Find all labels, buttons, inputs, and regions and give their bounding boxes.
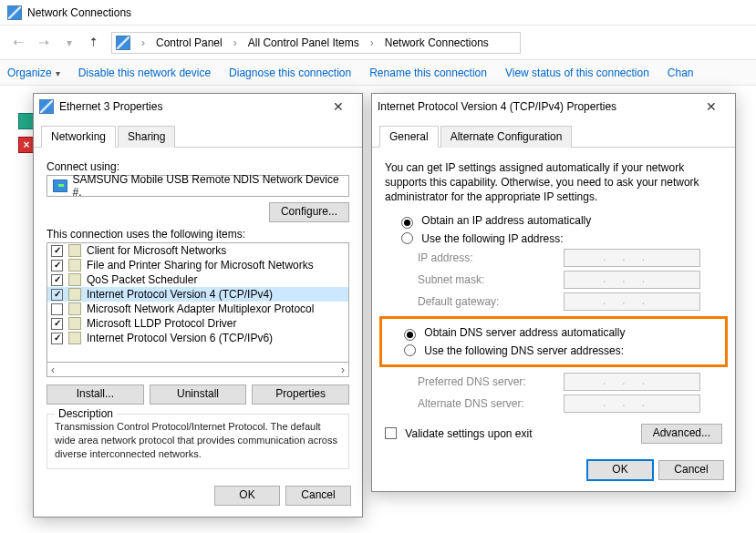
close-button[interactable]: ✕ [320,97,357,117]
list-item[interactable]: Internet Protocol Version 4 (TCP/IPv4) [47,287,348,302]
change-settings[interactable]: Chan [668,67,694,79]
validate-checkbox[interactable]: Validate settings upon exit [385,427,533,440]
window-title: Network Connections [27,6,131,19]
description-text: Transmission Control Protocol/Internet P… [55,420,341,461]
protocol-icon [68,288,81,301]
install-button[interactable]: Install... [47,384,144,405]
rename-connection[interactable]: Rename this connection [369,67,487,79]
explorer-toolbar: 🠐 🠒 ▾ 🠑 › Control Panel › All Control Pa… [0,26,756,60]
dialog-title: Ethernet 3 Properties [59,100,320,113]
radio-icon [404,329,416,341]
crumb-all-items[interactable]: All Control Panel Items [244,35,363,51]
chevron-right-icon[interactable]: › [370,36,374,49]
item-label: Internet Protocol Version 6 (TCP/IPv6) [87,332,273,344]
breadcrumb[interactable]: › Control Panel › All Control Panel Item… [111,32,521,54]
nic-icon [53,179,67,192]
description-group: Description Transmission Control Protoco… [47,414,349,469]
item-label: File and Printer Sharing for Microsoft N… [87,259,314,272]
view-status[interactable]: View status of this connection [505,67,649,79]
checkbox-icon[interactable] [51,318,63,330]
breadcrumb-icon [116,36,130,50]
ethernet-properties-dialog: Ethernet 3 Properties ✕ Networking Shari… [33,93,363,518]
gateway-label: Default gateway: [418,295,564,308]
dialog-titlebar[interactable]: Ethernet 3 Properties ✕ [34,94,362,119]
list-item[interactable]: Microsoft LLDP Protocol Driver [47,316,348,331]
protocol-icon [68,302,81,315]
radio-manual-ip[interactable]: Use the following IP address: [401,232,722,245]
dialog-title: Internet Protocol Version 4 (TCP/IPv4) P… [378,100,693,113]
radio-icon [401,232,413,244]
pref-dns-input: ... [564,373,700,391]
info-text: You can get IP settings assigned automat… [385,160,722,205]
protocol-icon [68,259,81,272]
ipv4-properties-dialog: Internet Protocol Version 4 (TCP/IPv4) P… [371,93,736,492]
list-item[interactable]: Client for Microsoft Networks [47,243,348,258]
network-connections-icon [7,5,22,20]
adapter-field[interactable]: SAMSUNG Mobile USB Remote NDIS Network D… [47,175,349,197]
properties-button[interactable]: Properties [252,384,349,405]
protocol-icon [68,273,81,286]
uninstall-button[interactable]: Uninstall [150,384,247,405]
ip-address-input: ... [564,249,700,267]
checkbox-icon[interactable] [51,289,63,301]
alt-dns-label: Alternate DNS server: [418,397,564,410]
radio-manual-dns[interactable]: Use the following DNS server addresses: [404,344,720,357]
list-item[interactable]: Microsoft Network Adapter Multiplexor Pr… [47,302,348,316]
dialog-titlebar[interactable]: Internet Protocol Version 4 (TCP/IPv4) P… [372,94,735,119]
advanced-button[interactable]: Advanced... [641,424,722,444]
tab-networking[interactable]: Networking [41,126,116,148]
radio-auto-ip[interactable]: Obtain an IP address automatically [401,214,722,229]
connection-items-list[interactable]: Client for Microsoft NetworksFile and Pr… [47,242,349,363]
configure-button[interactable]: Configure... [269,202,349,222]
item-label: Microsoft LLDP Protocol Driver [87,317,237,330]
tab-sharing[interactable]: Sharing [118,126,175,148]
list-item[interactable]: QoS Packet Scheduler [47,272,348,287]
tab-alternate[interactable]: Alternate Configuration [440,126,573,148]
adapter-icon [39,99,54,114]
ok-button[interactable]: OK [214,486,280,506]
ip-address-label: IP address: [418,251,564,264]
list-item[interactable]: File and Printer Sharing for Microsoft N… [47,258,348,272]
checkbox-icon[interactable] [51,245,63,257]
item-label: Internet Protocol Version 4 (TCP/IPv4) [87,288,273,301]
checkbox-icon[interactable] [51,274,63,286]
item-label: Microsoft Network Adapter Multiplexor Pr… [87,302,314,315]
adapter-name: SAMSUNG Mobile USB Remote NDIS Network D… [73,173,343,199]
back-button[interactable]: 🠐 [7,32,29,54]
crumb-control-panel[interactable]: Control Panel [152,35,226,51]
checkbox-icon[interactable] [51,303,63,315]
checkbox-icon[interactable] [51,260,63,272]
organize-menu[interactable]: Organize [7,67,60,79]
radio-icon [404,344,416,356]
disable-network-device[interactable]: Disable this network device [78,67,211,79]
up-button[interactable]: 🠑 [84,33,104,53]
forward-button[interactable]: 🠒 [33,32,55,54]
recent-locations-button[interactable]: ▾ [58,32,80,54]
tab-general[interactable]: General [379,126,439,148]
chevron-right-icon[interactable]: › [141,36,145,49]
close-button[interactable]: ✕ [693,97,730,117]
diagnose-connection[interactable]: Diagnose this connection [229,67,351,79]
item-label: Client for Microsoft Networks [87,244,226,257]
ok-button[interactable]: OK [587,460,653,480]
crumb-network-connections[interactable]: Network Connections [381,35,492,51]
subnet-input: ... [564,271,700,289]
scroll-left-icon[interactable]: ‹ [51,364,55,376]
cancel-button[interactable]: Cancel [285,486,351,506]
command-bar: Organize Disable this network device Dia… [0,60,756,86]
tab-body: You can get IP settings assigned automat… [372,148,735,453]
chevron-right-icon[interactable]: › [233,36,237,49]
checkbox-icon[interactable] [51,333,63,344]
dns-options-highlight: Obtain DNS server address automatically … [379,316,728,367]
radio-auto-dns[interactable]: Obtain DNS server address automatically [404,326,720,341]
scroll-right-icon[interactable]: › [341,364,345,376]
alt-dns-input: ... [564,395,700,413]
tabstrip: General Alternate Configuration [372,119,735,148]
list-item[interactable]: Internet Protocol Version 6 (TCP/IPv6) [47,331,348,345]
items-label: This connection uses the following items… [47,228,349,241]
pref-dns-label: Preferred DNS server: [418,375,564,388]
subnet-label: Subnet mask: [418,273,564,286]
item-label: QoS Packet Scheduler [87,273,197,286]
cancel-button[interactable]: Cancel [658,460,724,480]
radio-icon [401,217,413,229]
